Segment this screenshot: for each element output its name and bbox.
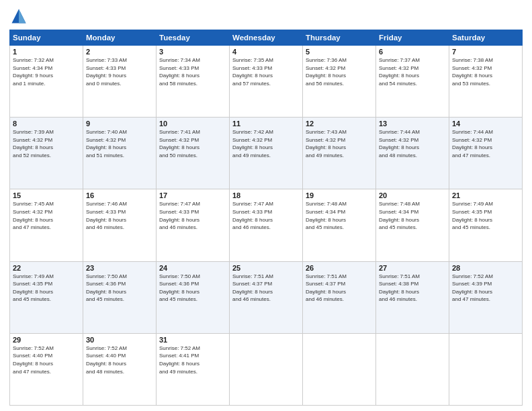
day-info: Sunrise: 7:52 AM Sunset: 4:39 PM Dayligh… [452, 273, 519, 304]
day-info: Sunrise: 7:52 AM Sunset: 4:40 PM Dayligh… [13, 345, 80, 375]
day-number: 5 [306, 48, 373, 56]
calendar-row-1: 1Sunrise: 7:32 AM Sunset: 4:34 PM Daylig… [10, 46, 523, 118]
day-number: 10 [159, 120, 226, 128]
day-info: Sunrise: 7:42 AM Sunset: 4:32 PM Dayligh… [232, 128, 300, 159]
day-info: Sunrise: 7:48 AM Sunset: 4:34 PM Dayligh… [379, 200, 446, 231]
day-number: 22 [13, 264, 80, 272]
day-info: Sunrise: 7:32 AM Sunset: 4:34 PM Dayligh… [13, 56, 80, 87]
day-number: 23 [86, 264, 153, 272]
calendar-cell: 28Sunrise: 7:52 AM Sunset: 4:39 PM Dayli… [449, 261, 523, 333]
day-number: 27 [379, 264, 446, 272]
col-header-sunday: Sunday [10, 30, 83, 46]
col-header-saturday: Saturday [449, 30, 523, 46]
day-info: Sunrise: 7:49 AM Sunset: 4:35 PM Dayligh… [452, 200, 519, 231]
day-number: 12 [306, 120, 373, 128]
day-number: 2 [86, 48, 153, 56]
day-number: 26 [306, 264, 373, 272]
calendar-cell: 15Sunrise: 7:45 AM Sunset: 4:32 PM Dayli… [10, 189, 83, 261]
day-info: Sunrise: 7:52 AM Sunset: 4:40 PM Dayligh… [86, 345, 153, 375]
svg-marker-1 [19, 9, 26, 24]
calendar-cell [449, 333, 523, 405]
day-number: 16 [86, 191, 153, 199]
calendar-cell: 24Sunrise: 7:50 AM Sunset: 4:36 PM Dayli… [157, 261, 230, 333]
day-info: Sunrise: 7:38 AM Sunset: 4:32 PM Dayligh… [452, 56, 519, 87]
day-number: 18 [232, 191, 300, 199]
day-info: Sunrise: 7:45 AM Sunset: 4:32 PM Dayligh… [13, 200, 80, 231]
calendar-cell: 4Sunrise: 7:35 AM Sunset: 4:33 PM Daylig… [230, 46, 303, 118]
day-info: Sunrise: 7:49 AM Sunset: 4:35 PM Dayligh… [13, 273, 80, 304]
calendar-cell: 18Sunrise: 7:47 AM Sunset: 4:33 PM Dayli… [230, 189, 303, 261]
calendar-cell [376, 333, 449, 405]
day-number: 15 [13, 191, 80, 199]
day-info: Sunrise: 7:35 AM Sunset: 4:33 PM Dayligh… [232, 56, 300, 87]
calendar-row-4: 22Sunrise: 7:49 AM Sunset: 4:35 PM Dayli… [10, 261, 523, 333]
day-info: Sunrise: 7:43 AM Sunset: 4:32 PM Dayligh… [306, 128, 373, 159]
day-number: 21 [452, 191, 519, 199]
day-info: Sunrise: 7:44 AM Sunset: 4:32 PM Dayligh… [452, 128, 519, 159]
day-info: Sunrise: 7:47 AM Sunset: 4:33 PM Dayligh… [159, 200, 226, 231]
day-info: Sunrise: 7:51 AM Sunset: 4:37 PM Dayligh… [306, 273, 373, 304]
calendar-cell: 30Sunrise: 7:52 AM Sunset: 4:40 PM Dayli… [83, 333, 157, 405]
page: SundayMondayTuesdayWednesdayThursdayFrid… [0, 0, 532, 411]
calendar-cell: 13Sunrise: 7:44 AM Sunset: 4:32 PM Dayli… [376, 118, 449, 189]
day-info: Sunrise: 7:50 AM Sunset: 4:36 PM Dayligh… [159, 273, 226, 304]
calendar-cell: 1Sunrise: 7:32 AM Sunset: 4:34 PM Daylig… [10, 46, 83, 118]
day-number: 30 [86, 336, 153, 344]
day-number: 17 [159, 191, 226, 199]
calendar-cell: 9Sunrise: 7:40 AM Sunset: 4:32 PM Daylig… [83, 118, 157, 189]
calendar-cell: 2Sunrise: 7:33 AM Sunset: 4:33 PM Daylig… [83, 46, 157, 118]
day-info: Sunrise: 7:36 AM Sunset: 4:32 PM Dayligh… [306, 56, 373, 87]
col-header-thursday: Thursday [303, 30, 376, 46]
day-info: Sunrise: 7:51 AM Sunset: 4:37 PM Dayligh… [232, 273, 300, 304]
day-number: 25 [232, 264, 300, 272]
calendar-row-5: 29Sunrise: 7:52 AM Sunset: 4:40 PM Dayli… [10, 333, 523, 405]
day-number: 3 [159, 48, 226, 56]
col-header-friday: Friday [376, 30, 449, 46]
calendar-cell: 14Sunrise: 7:44 AM Sunset: 4:32 PM Dayli… [449, 118, 523, 189]
day-info: Sunrise: 7:46 AM Sunset: 4:33 PM Dayligh… [86, 200, 153, 231]
calendar-cell: 6Sunrise: 7:37 AM Sunset: 4:32 PM Daylig… [376, 46, 449, 118]
calendar-cell: 16Sunrise: 7:46 AM Sunset: 4:33 PM Dayli… [83, 189, 157, 261]
col-header-wednesday: Wednesday [230, 30, 303, 46]
calendar-cell [303, 333, 376, 405]
calendar-cell: 29Sunrise: 7:52 AM Sunset: 4:40 PM Dayli… [10, 333, 83, 405]
calendar-cell: 22Sunrise: 7:49 AM Sunset: 4:35 PM Dayli… [10, 261, 83, 333]
day-number: 4 [232, 48, 300, 56]
calendar-cell: 12Sunrise: 7:43 AM Sunset: 4:32 PM Dayli… [303, 118, 376, 189]
calendar-cell: 19Sunrise: 7:48 AM Sunset: 4:34 PM Dayli… [303, 189, 376, 261]
calendar-cell: 7Sunrise: 7:38 AM Sunset: 4:32 PM Daylig… [449, 46, 523, 118]
calendar-cell: 25Sunrise: 7:51 AM Sunset: 4:37 PM Dayli… [230, 261, 303, 333]
calendar-cell: 20Sunrise: 7:48 AM Sunset: 4:34 PM Dayli… [376, 189, 449, 261]
day-info: Sunrise: 7:34 AM Sunset: 4:33 PM Dayligh… [159, 56, 226, 87]
calendar-cell: 31Sunrise: 7:52 AM Sunset: 4:41 PM Dayli… [157, 333, 230, 405]
day-info: Sunrise: 7:40 AM Sunset: 4:32 PM Dayligh… [86, 128, 153, 159]
day-number: 13 [379, 120, 446, 128]
calendar-header-row: SundayMondayTuesdayWednesdayThursdayFrid… [10, 30, 523, 46]
day-number: 19 [306, 191, 373, 199]
day-info: Sunrise: 7:51 AM Sunset: 4:38 PM Dayligh… [379, 273, 446, 304]
day-info: Sunrise: 7:41 AM Sunset: 4:32 PM Dayligh… [159, 128, 226, 159]
day-info: Sunrise: 7:52 AM Sunset: 4:41 PM Dayligh… [159, 345, 226, 375]
calendar-cell: 27Sunrise: 7:51 AM Sunset: 4:38 PM Dayli… [376, 261, 449, 333]
day-info: Sunrise: 7:39 AM Sunset: 4:32 PM Dayligh… [13, 128, 80, 159]
day-number: 8 [13, 120, 80, 128]
day-info: Sunrise: 7:50 AM Sunset: 4:36 PM Dayligh… [86, 273, 153, 304]
day-number: 9 [86, 120, 153, 128]
day-info: Sunrise: 7:33 AM Sunset: 4:33 PM Dayligh… [86, 56, 153, 87]
day-number: 28 [452, 264, 519, 272]
day-info: Sunrise: 7:44 AM Sunset: 4:32 PM Dayligh… [379, 128, 446, 159]
logo-icon [9, 7, 28, 26]
calendar-cell: 10Sunrise: 7:41 AM Sunset: 4:32 PM Dayli… [157, 118, 230, 189]
day-number: 31 [159, 336, 226, 344]
header [9, 7, 523, 26]
calendar-cell: 21Sunrise: 7:49 AM Sunset: 4:35 PM Dayli… [449, 189, 523, 261]
calendar-cell: 5Sunrise: 7:36 AM Sunset: 4:32 PM Daylig… [303, 46, 376, 118]
day-number: 24 [159, 264, 226, 272]
day-number: 20 [379, 191, 446, 199]
calendar-cell: 17Sunrise: 7:47 AM Sunset: 4:33 PM Dayli… [157, 189, 230, 261]
day-number: 1 [13, 48, 80, 56]
day-info: Sunrise: 7:48 AM Sunset: 4:34 PM Dayligh… [306, 200, 373, 231]
calendar-cell: 11Sunrise: 7:42 AM Sunset: 4:32 PM Dayli… [230, 118, 303, 189]
calendar-cell: 8Sunrise: 7:39 AM Sunset: 4:32 PM Daylig… [10, 118, 83, 189]
calendar-cell [230, 333, 303, 405]
